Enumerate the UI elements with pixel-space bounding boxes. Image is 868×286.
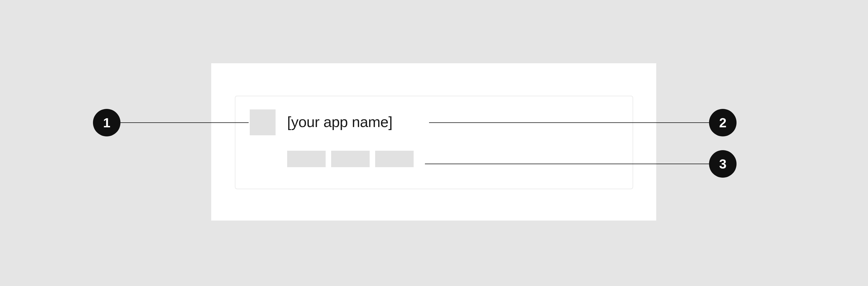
info-chip-placeholder — [331, 151, 370, 167]
callout-number: 3 — [719, 157, 726, 171]
info-chip-placeholder — [287, 151, 326, 167]
app-info-row — [287, 151, 414, 167]
app-icon-placeholder — [250, 109, 276, 135]
callout-badge-3: 3 — [709, 150, 737, 178]
callout-line-2 — [429, 122, 709, 123]
callout-line-3 — [425, 164, 709, 164]
app-name-label: [your app name] — [287, 113, 393, 130]
app-header-card — [235, 96, 633, 189]
callout-line-1 — [121, 122, 249, 123]
callout-badge-1: 1 — [93, 109, 121, 136]
callout-number: 2 — [719, 115, 726, 130]
info-chip-placeholder — [375, 151, 414, 167]
callout-badge-2: 2 — [709, 109, 737, 136]
callout-number: 1 — [103, 115, 111, 130]
